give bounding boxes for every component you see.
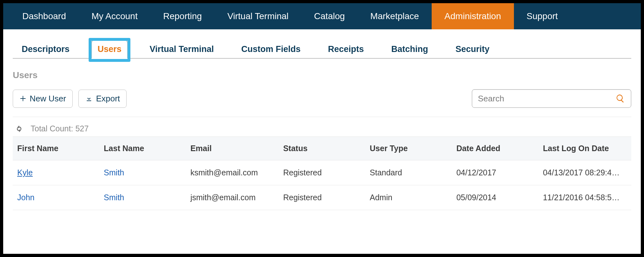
topnav-item-support[interactable]: Support <box>514 3 571 29</box>
toolbar-left: New User Export <box>13 90 127 108</box>
cell-email: ksmith@email.com <box>186 160 279 185</box>
cell-first-name: Kyle <box>13 160 99 185</box>
toolbar: New User Export <box>13 89 631 117</box>
cell-date-added: 05/09/2014 <box>452 185 538 210</box>
user-first-name-link[interactable]: John <box>17 193 34 202</box>
topnav-item-dashboard[interactable]: Dashboard <box>10 3 79 29</box>
plus-icon <box>19 95 26 102</box>
subtab-receipts[interactable]: Receipts <box>322 40 370 58</box>
cell-last-name: Smith <box>99 160 186 185</box>
users-table: First Name Last Name Email Status User T… <box>13 136 631 210</box>
col-header-status[interactable]: Status <box>279 137 365 160</box>
cell-last-logon: 11/21/2016 04:58:5… <box>538 185 631 210</box>
topnav-item-virtual-terminal[interactable]: Virtual Terminal <box>215 3 301 29</box>
subtabs: DescriptorsUsersVirtual TerminalCustom F… <box>13 29 631 59</box>
page-title: Users <box>13 70 631 80</box>
user-first-name-link[interactable]: Kyle <box>17 168 33 177</box>
export-label: Export <box>96 94 120 104</box>
cell-status: Registered <box>279 160 365 185</box>
topnav-item-reporting[interactable]: Reporting <box>150 3 215 29</box>
search-box[interactable] <box>472 89 631 108</box>
total-count-text: Total Count: 527 <box>31 124 89 133</box>
subtabs-container: DescriptorsUsersVirtual TerminalCustom F… <box>3 29 641 59</box>
new-user-button[interactable]: New User <box>13 90 73 108</box>
col-header-last-name[interactable]: Last Name <box>99 137 186 160</box>
search-input[interactable] <box>478 94 616 104</box>
app-window: DashboardMy AccountReportingVirtual Term… <box>3 3 641 254</box>
user-last-name-link[interactable]: Smith <box>104 193 124 202</box>
cell-first-name: John <box>13 185 99 210</box>
cell-date-added: 04/12/2017 <box>452 160 538 185</box>
cell-last-logon: 04/13/2017 08:29:4… <box>538 160 631 185</box>
col-header-last-logon[interactable]: Last Log On Date <box>538 137 631 160</box>
table-header-row: First Name Last Name Email Status User T… <box>13 137 631 160</box>
cell-email: jsmith@email.com <box>186 185 279 210</box>
subtab-custom-fields[interactable]: Custom Fields <box>236 40 306 58</box>
total-count-value: 527 <box>75 124 89 133</box>
count-row: Total Count: 527 <box>13 117 631 136</box>
col-header-date-added[interactable]: Date Added <box>452 137 538 160</box>
subtab-virtual-terminal[interactable]: Virtual Terminal <box>144 40 220 58</box>
cell-user-type: Standard <box>365 160 452 185</box>
total-count-label: Total Count: <box>31 124 73 133</box>
table-row: KyleSmithksmith@email.comRegisteredStand… <box>13 160 631 185</box>
subtab-descriptors[interactable]: Descriptors <box>16 40 75 58</box>
download-icon <box>85 95 93 102</box>
topnav-item-administration[interactable]: Administration <box>432 3 514 29</box>
content-area: Users New User Export <box>3 59 641 254</box>
cell-status: Registered <box>279 185 365 210</box>
export-button[interactable]: Export <box>78 90 127 108</box>
table-row: JohnSmithjsmith@email.comRegisteredAdmin… <box>13 185 631 210</box>
refresh-icon[interactable] <box>15 124 24 133</box>
topnav-item-marketplace[interactable]: Marketplace <box>358 3 432 29</box>
cell-last-name: Smith <box>99 185 186 210</box>
highlight-box <box>89 38 130 62</box>
subtab-users[interactable]: Users <box>91 40 128 59</box>
subtab-batching[interactable]: Batching <box>385 40 434 58</box>
cell-user-type: Admin <box>365 185 452 210</box>
user-last-name-link[interactable]: Smith <box>104 168 124 177</box>
col-header-user-type[interactable]: User Type <box>365 137 452 160</box>
new-user-label: New User <box>30 94 66 104</box>
topnav-item-catalog[interactable]: Catalog <box>301 3 358 29</box>
subtab-security[interactable]: Security <box>450 40 495 58</box>
col-header-email[interactable]: Email <box>186 137 279 160</box>
search-icon[interactable] <box>616 94 625 103</box>
top-nav: DashboardMy AccountReportingVirtual Term… <box>3 3 641 29</box>
col-header-first-name[interactable]: First Name <box>13 137 99 160</box>
topnav-item-my-account[interactable]: My Account <box>79 3 150 29</box>
